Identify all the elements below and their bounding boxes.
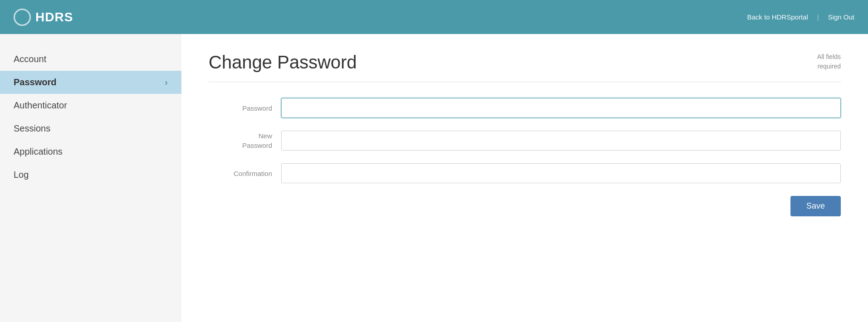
new-password-label: New Password	[209, 131, 281, 150]
main-layout: Account Password › Authenticator Session…	[0, 34, 868, 322]
confirmation-input[interactable]	[281, 163, 841, 183]
chevron-right-icon: ›	[165, 77, 168, 88]
page-title: Change Password	[209, 52, 357, 73]
password-input[interactable]	[281, 98, 841, 118]
sidebar-item-log-label: Log	[14, 170, 29, 180]
password-label: Password	[209, 103, 281, 113]
logo-text: HDRS	[35, 10, 73, 24]
sidebar-item-authenticator[interactable]: Authenticator	[0, 94, 181, 117]
sidebar-item-applications[interactable]: Applications	[0, 140, 181, 163]
sidebar-item-account-label: Account	[14, 54, 46, 64]
app-header: HDRS Back to HDRSportal | Sign Out	[0, 0, 868, 34]
sidebar-item-sessions-label: Sessions	[14, 123, 50, 134]
new-password-input[interactable]	[281, 131, 841, 151]
change-password-form: Password New Password Confirmation Save	[209, 98, 841, 216]
back-to-portal-link[interactable]: Back to HDRSportal	[747, 13, 808, 21]
save-button[interactable]: Save	[790, 196, 841, 216]
sidebar-item-account[interactable]: Account	[0, 48, 181, 71]
logo: HDRS	[14, 9, 73, 26]
sidebar-item-authenticator-label: Authenticator	[14, 100, 67, 111]
sign-out-link[interactable]: Sign Out	[828, 13, 854, 21]
fields-required-note: All fields required	[817, 52, 841, 71]
sidebar-item-password[interactable]: Password ›	[0, 71, 181, 94]
confirmation-row: Confirmation	[209, 163, 841, 183]
sidebar-item-password-label: Password	[14, 77, 56, 88]
content-header: Change Password All fields required	[209, 52, 841, 73]
confirmation-label: Confirmation	[209, 169, 281, 178]
nav-divider: |	[817, 13, 819, 21]
password-row: Password	[209, 98, 841, 118]
form-actions: Save	[209, 196, 841, 216]
logo-circle-icon	[14, 9, 31, 26]
sidebar-item-log[interactable]: Log	[0, 163, 181, 186]
sidebar-item-applications-label: Applications	[14, 146, 63, 157]
sidebar: Account Password › Authenticator Session…	[0, 34, 181, 322]
new-password-row: New Password	[209, 131, 841, 151]
main-content: Change Password All fields required Pass…	[181, 34, 868, 322]
content-divider	[209, 82, 841, 82]
header-nav: Back to HDRSportal | Sign Out	[747, 13, 855, 21]
sidebar-item-sessions[interactable]: Sessions	[0, 117, 181, 140]
